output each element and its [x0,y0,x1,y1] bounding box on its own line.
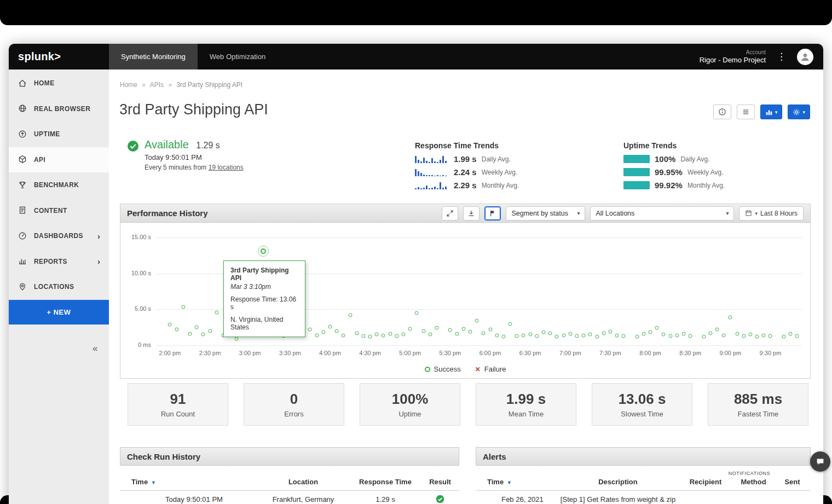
data-point[interactable] [742,334,746,338]
sidebar-item-content[interactable]: CONTENT [9,198,109,224]
sidebar-item-dashboards[interactable]: DASHBOARDS› [9,223,109,249]
data-point[interactable] [708,331,712,335]
data-point[interactable] [769,334,772,338]
data-point[interactable] [595,335,599,339]
data-point[interactable] [582,333,586,337]
data-point[interactable] [515,334,519,338]
expand-button[interactable] [442,206,458,221]
column-sent[interactable]: Sent [774,478,811,486]
data-point[interactable] [528,333,532,337]
locations-select[interactable]: All Locations ▾ [590,206,734,221]
data-point[interactable] [201,333,205,337]
highlighted-data-point[interactable] [261,248,266,254]
data-point[interactable] [195,326,199,329]
data-point[interactable] [542,331,546,334]
avatar[interactable] [797,49,813,65]
sidebar-item-uptime[interactable]: UPTIME [9,121,109,147]
kebab-menu-icon[interactable]: ⋮ [776,51,787,62]
data-point[interactable] [735,332,739,335]
data-point[interactable] [501,335,505,339]
data-point[interactable] [615,333,619,337]
chat-button[interactable] [810,451,830,472]
download-button[interactable] [463,206,479,221]
data-point[interactable] [321,331,325,334]
data-point[interactable] [662,333,666,337]
table-row[interactable]: Feb 26, 2021 [Step 1] Get Rates from wei… [476,491,811,504]
column-location[interactable]: Location [257,478,350,486]
account-switcher[interactable]: Account Rigor - Demo Project [700,49,766,64]
sidebar-item-locations[interactable]: LOCATIONS [9,274,109,300]
data-point[interactable] [795,334,799,338]
data-point[interactable] [622,334,626,338]
data-point[interactable] [355,331,359,335]
data-point[interactable] [335,329,339,333]
breadcrumb-apis[interactable]: APIs [150,81,164,89]
data-point[interactable] [181,305,185,309]
data-point[interactable] [235,337,239,341]
data-point[interactable] [555,335,559,339]
data-point[interactable] [568,332,572,335]
sidebar-item-benchmark[interactable]: BENCHMARK [9,172,109,198]
data-point[interactable] [535,334,539,338]
data-point[interactable] [715,328,719,332]
data-point[interactable] [562,333,565,337]
data-point[interactable] [702,335,706,339]
column-description[interactable]: Description [558,478,678,486]
sidebar-item-home[interactable]: HOME [9,71,109,96]
locations-link[interactable]: 19 locations [209,164,244,171]
data-point[interactable] [729,315,732,319]
data-point[interactable] [448,328,452,332]
data-point[interactable] [608,330,612,334]
data-point[interactable] [361,334,365,338]
data-point[interactable] [188,332,192,335]
data-point[interactable] [522,333,525,337]
info-button[interactable] [713,105,731,119]
breadcrumb-home[interactable]: Home [120,81,137,89]
data-point[interactable] [762,333,766,337]
sidebar-collapse-icon[interactable]: « [93,343,97,354]
data-point[interactable] [328,325,332,328]
data-point[interactable] [649,331,652,334]
data-point[interactable] [635,335,639,339]
data-point[interactable] [468,330,472,334]
data-point[interactable] [689,334,692,338]
new-button[interactable]: + NEW [9,300,109,325]
flag-button[interactable] [484,206,501,221]
data-point[interactable] [215,310,218,314]
data-point[interactable] [789,332,793,335]
data-point[interactable] [421,329,425,333]
list-view-button[interactable] [737,105,755,119]
column-recipient[interactable]: Recipient [678,478,733,486]
data-point[interactable] [315,333,319,337]
segment-by-select[interactable]: Segment by status ▾ [506,206,585,221]
data-point[interactable] [208,329,212,333]
data-point[interactable] [415,311,419,315]
data-point[interactable] [675,333,679,337]
data-point[interactable] [342,333,345,337]
data-point[interactable] [495,333,499,337]
tab-synthetic-monitoring[interactable]: Synthetic Monitoring [109,44,198,69]
data-point[interactable] [748,333,752,337]
column-result[interactable]: Result [421,478,459,486]
data-point[interactable] [482,331,486,335]
data-point[interactable] [408,327,412,331]
chart-options-button[interactable]: ▾ [760,105,783,119]
settings-button[interactable]: ▾ [788,105,810,119]
time-range-button[interactable]: ▾ Last 8 Hours [739,206,804,221]
data-point[interactable] [668,334,672,338]
table-row[interactable]: Today 9:50:01 PM Frankfurt, Germany 1.29… [120,491,459,504]
column-method[interactable]: Method [733,478,774,486]
data-point[interactable] [308,328,312,332]
sort-desc-icon[interactable]: ▼ [151,480,156,485]
data-point[interactable] [175,328,178,332]
data-point[interactable] [368,335,372,339]
sort-desc-icon[interactable]: ▼ [507,480,512,485]
data-point[interactable] [602,331,605,335]
data-point[interactable] [488,328,492,332]
data-point[interactable] [402,333,406,337]
sidebar-item-api[interactable]: API [9,147,109,173]
sidebar-item-reports[interactable]: REPORTS› [9,249,109,275]
data-point[interactable] [782,335,785,339]
data-point[interactable] [382,333,385,337]
sidebar-item-real-browser[interactable]: REAL BROWSER [9,96,109,122]
